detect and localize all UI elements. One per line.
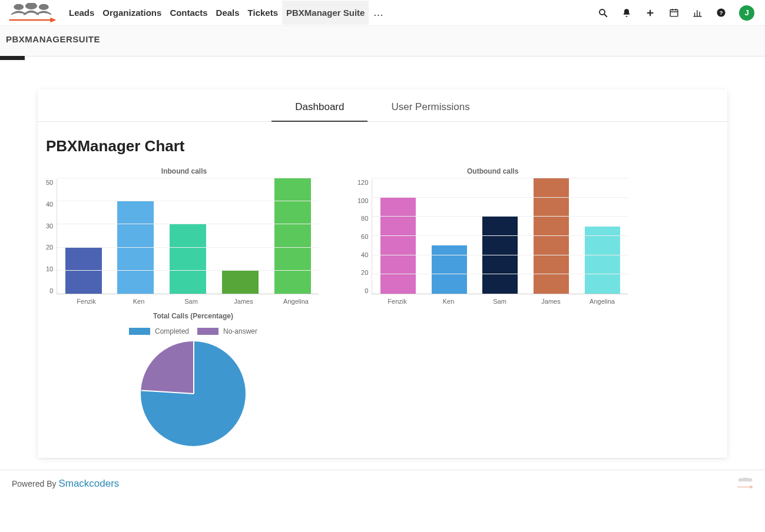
top-nav: LeadsOrganizationsContactsDealsTicketsPB… bbox=[0, 0, 765, 26]
bell-icon[interactable] bbox=[621, 8, 632, 18]
nav-tab-pbxmanager-suite[interactable]: PBXManager Suite bbox=[282, 1, 369, 25]
legend-item-completed: Completed bbox=[129, 327, 189, 335]
chart-section-title: PBXManager Chart bbox=[38, 122, 727, 167]
outbound-x-axis: FenzikKenSamJamesAngelina bbox=[372, 298, 628, 305]
help-icon[interactable]: ? bbox=[716, 8, 726, 18]
nav-tab-contacts[interactable]: Contacts bbox=[165, 1, 211, 25]
inbound-y-axis: 50403020100 bbox=[46, 179, 57, 294]
svg-point-1 bbox=[25, 3, 37, 9]
nav-tabs: LeadsOrganizationsContactsDealsTicketsPB… bbox=[65, 1, 369, 25]
footer-powered-by: Powered By bbox=[12, 479, 58, 488]
svg-marker-23 bbox=[750, 486, 753, 489]
legend-item-no-answer: No-answer bbox=[197, 327, 257, 335]
chart-icon[interactable] bbox=[692, 8, 703, 18]
module-title: PBXMANAGERSUITE bbox=[6, 34, 100, 44]
bar-ken bbox=[432, 245, 467, 294]
card-tabs: DashboardUser Permissions bbox=[38, 89, 727, 122]
bar-fenzik bbox=[380, 198, 416, 294]
bar-angelina bbox=[585, 227, 620, 294]
outbound-y-axis: 120100806040200 bbox=[357, 179, 372, 294]
dashboard-card: DashboardUser Permissions PBXManager Cha… bbox=[38, 89, 727, 458]
pie-graphic bbox=[141, 341, 246, 446]
search-icon[interactable] bbox=[598, 8, 608, 18]
bar-sam bbox=[482, 217, 518, 294]
card-tab-dashboard[interactable]: Dashboard bbox=[271, 89, 367, 121]
nav-tab-deals[interactable]: Deals bbox=[212, 1, 244, 25]
footer-logo-icon bbox=[736, 477, 753, 490]
nav-tab-organizations[interactable]: Organizations bbox=[98, 1, 165, 25]
pie-legend: CompletedNo-answer bbox=[46, 327, 340, 335]
bar-sam bbox=[170, 224, 206, 294]
inbound-chart-title: Inbound calls bbox=[46, 167, 322, 175]
totalcalls-pie: Total Calls (Percentage) CompletedNo-ans… bbox=[38, 305, 727, 446]
module-header: PBXMANAGERSUITE bbox=[0, 26, 765, 56]
user-avatar[interactable]: J bbox=[739, 5, 754, 21]
svg-rect-9 bbox=[670, 10, 678, 16]
plus-icon[interactable] bbox=[645, 8, 655, 18]
module-tab-stub bbox=[0, 56, 25, 60]
svg-point-5 bbox=[600, 9, 605, 15]
card-tab-user-permissions[interactable]: User Permissions bbox=[367, 89, 493, 121]
inbound-chart: Inbound calls 50403020100 FenzikKenSamJa… bbox=[46, 167, 322, 305]
outbound-chart-title: Outbound calls bbox=[357, 167, 628, 175]
svg-point-0 bbox=[14, 4, 24, 9]
outbound-plot bbox=[372, 179, 628, 294]
svg-line-6 bbox=[604, 14, 607, 17]
app-logo bbox=[5, 3, 58, 23]
footer-brand-link[interactable]: Smackcoders bbox=[58, 478, 119, 489]
inbound-x-axis: FenzikKenSamJamesAngelina bbox=[60, 298, 322, 305]
bar-james bbox=[534, 178, 569, 294]
inbound-plot bbox=[57, 179, 319, 294]
footer: Powered By Smackcoders bbox=[0, 470, 765, 497]
top-icon-bar: ? J bbox=[598, 5, 754, 21]
svg-marker-4 bbox=[50, 17, 56, 22]
pie-title: Total Calls (Percentage) bbox=[46, 312, 340, 320]
outbound-chart: Outbound calls 120100806040200 FenzikKen… bbox=[357, 167, 628, 305]
nav-tab-tickets[interactable]: Tickets bbox=[244, 1, 282, 25]
nav-tab-leads[interactable]: Leads bbox=[65, 1, 98, 25]
bar-james bbox=[222, 271, 259, 294]
nav-more-icon[interactable]: … bbox=[372, 7, 384, 19]
svg-text:?: ? bbox=[719, 9, 723, 16]
svg-point-21 bbox=[747, 478, 753, 482]
calendar-icon[interactable] bbox=[668, 8, 679, 18]
bar-angelina bbox=[274, 178, 311, 294]
svg-point-2 bbox=[39, 4, 49, 9]
